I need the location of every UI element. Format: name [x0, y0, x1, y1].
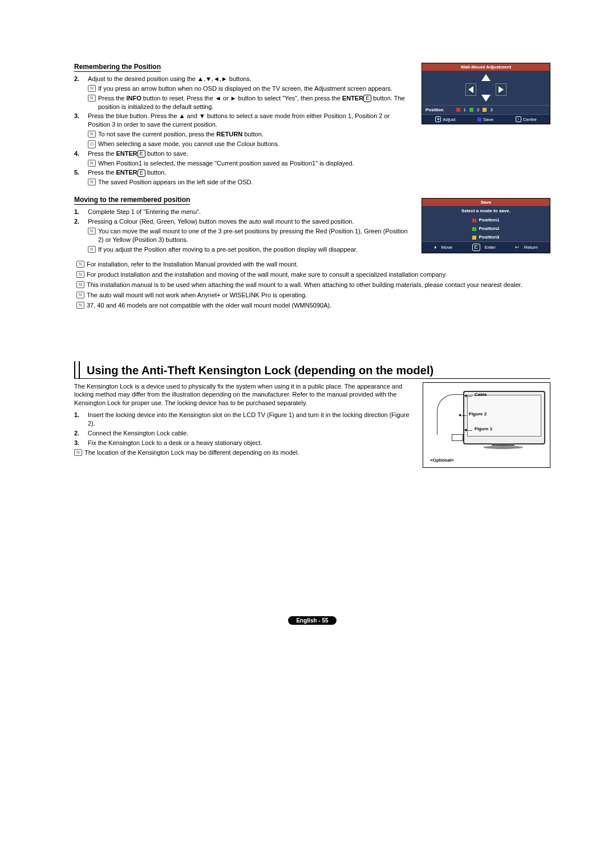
label-figure2: Figure 2: [469, 411, 487, 417]
enter-icon: E: [137, 150, 145, 157]
note-icon: N: [88, 228, 96, 235]
step3-note-b: When selecting a save mode, you cannot u…: [98, 140, 279, 147]
gen-note-3: The auto wall mount will not work when A…: [87, 292, 307, 298]
return-icon: ↩: [515, 245, 519, 250]
heading-marker-icon: [74, 361, 80, 378]
step2-note-b: Press the INFO button to reset. Press th…: [98, 95, 405, 110]
step-4: 4. Press the ENTERE button to save. NWhe…: [74, 149, 410, 168]
red-square-icon: [472, 219, 476, 223]
heading-kensington: Using the Anti-Theft Kensington Lock (de…: [87, 364, 433, 378]
remote-icon: O: [88, 140, 96, 148]
info-icon: i: [516, 116, 521, 122]
osd-wall-mount: Wall-Mount Adjustment Position 1 2 3 ✥Ad…: [422, 63, 550, 124]
move-step-2: 2.Pressing a Colour (Red, Green, Yellow)…: [74, 217, 410, 253]
step3-note-a: To not save the current position, press …: [98, 131, 264, 138]
yellow-square-icon: [472, 236, 476, 240]
step2-text: Adjust to the desired position using the…: [88, 75, 252, 82]
osd1-adjust: Adjust: [443, 117, 455, 122]
gen-note-0: For installation, refer to the Installat…: [87, 261, 298, 268]
step2-note-a: If you press an arrow button when no OSD…: [98, 85, 392, 92]
enter-icon: E: [472, 244, 480, 251]
label-cable: Cable: [475, 392, 487, 397]
osd2-move: Move: [441, 245, 453, 250]
step-5: 5. Press the ENTERE button. NThe saved P…: [74, 168, 410, 187]
osd2-subtitle: Select a mode to save.: [422, 206, 550, 216]
gen-note-4: 37, 40 and 46 models are not compatible …: [87, 302, 331, 309]
kens-note: The location of the Kensington Lock may …: [84, 449, 299, 456]
osd1-title: Wall-Mount Adjustment: [422, 63, 550, 71]
osd1-position-label: Position: [425, 107, 444, 112]
move-step2-text: Pressing a Colour (Red, Green, Yellow) b…: [88, 218, 354, 225]
osd2-title: Save: [422, 199, 550, 206]
kensington-intro: The Kensington Lock is a device used to …: [74, 382, 414, 408]
move-step1-text: Complete Step 1 of "Entering the menu".: [88, 208, 201, 215]
note-icon: N: [88, 95, 96, 102]
blue-square-icon: [477, 118, 481, 122]
note-icon: N: [88, 85, 96, 92]
osd2-pos3: Position3: [479, 235, 499, 240]
step4-text: Press the ENTERE button to save.: [88, 150, 188, 157]
page-footer: English - 55: [288, 616, 336, 625]
heading-moving: Moving to the remembered position: [74, 196, 190, 205]
kens-step2-text: Connect the Kensington Lock cable.: [88, 430, 188, 436]
note-icon: N: [74, 449, 82, 456]
green-square-icon: [469, 108, 473, 112]
note-icon: N: [76, 292, 84, 298]
note-icon: N: [76, 271, 84, 278]
yellow-square-icon: [483, 108, 487, 112]
step5-note-a: The saved Position appears on the left s…: [98, 179, 253, 185]
step3-text: Press the blue button. Press the ▲ and ▼…: [88, 112, 390, 128]
enter-icon: E: [137, 169, 145, 177]
heading-remembering: Remembering the Position: [74, 63, 161, 72]
osd-save: Save Select a mode to save. Position1 Po…: [422, 198, 550, 253]
kensington-figure: ◄— Cable ◄— Figure 2 ◄— Figure 1 <Option…: [423, 382, 550, 468]
note-icon: N: [76, 261, 84, 268]
green-square-icon: [472, 227, 476, 231]
osd2-return: Return: [524, 245, 538, 250]
red-square-icon: [456, 108, 460, 112]
osd1-save: Save: [483, 117, 493, 122]
move-icon: ♦: [434, 245, 436, 250]
move-step-1: 1.Complete Step 1 of "Entering the menu"…: [74, 208, 410, 216]
enter-icon: E: [363, 95, 371, 102]
note-icon: N: [88, 179, 96, 185]
arrow-up-icon: [481, 74, 491, 81]
kens-step-3: 3.Fix the Kensington Lock to a desk or a…: [74, 439, 414, 447]
gen-note-2: This installation manual is to be used w…: [87, 281, 522, 288]
kens-step-2: 2.Connect the Kensington Lock cable.: [74, 429, 414, 438]
osd1-pos3: 3: [490, 107, 492, 112]
note-icon: N: [88, 160, 96, 167]
adjust-icon: ✥: [435, 116, 441, 122]
kens-step1-text: Insert the locking device into the Kensi…: [88, 411, 410, 427]
step-2: 2. Adjust to the desired position using …: [74, 75, 410, 111]
note-icon: N: [76, 281, 84, 288]
osd2-enter: Enter: [485, 245, 496, 250]
kens-step-1: 1.Insert the locking device into the Ken…: [74, 411, 414, 428]
move-note-b: If you adjust the Position after moving …: [98, 246, 358, 253]
tv-illustration: [463, 391, 545, 444]
kens-step3-text: Fix the Kensington Lock to a desk or a h…: [88, 439, 262, 446]
note-icon: N: [76, 302, 84, 309]
osd2-pos1: Position1: [479, 217, 499, 223]
osd1-pos1: 1: [464, 107, 466, 112]
osd1-pos2: 2: [477, 107, 479, 112]
osd1-centre: Centre: [523, 117, 537, 122]
note-icon: N: [88, 131, 96, 138]
osd2-pos2: Position2: [479, 226, 499, 231]
label-figure1: Figure 1: [475, 426, 492, 431]
lock-icon: [452, 434, 463, 441]
step5-text: Press the ENTERE button.: [88, 169, 167, 176]
step-3: 3. Press the blue button. Press the ▲ an…: [74, 112, 410, 148]
note-icon: N: [88, 246, 96, 253]
move-note-a: You can move the wall mount to one of th…: [98, 228, 408, 243]
arrow-left-icon: [468, 86, 473, 93]
arrow-down-icon: [481, 95, 491, 102]
label-optional: <Optional>: [430, 458, 454, 463]
arrow-right-icon: [499, 86, 504, 93]
step4-note-a: When Position1 is selected, the message …: [98, 160, 354, 167]
gen-note-1: For product installation and the install…: [87, 271, 447, 278]
